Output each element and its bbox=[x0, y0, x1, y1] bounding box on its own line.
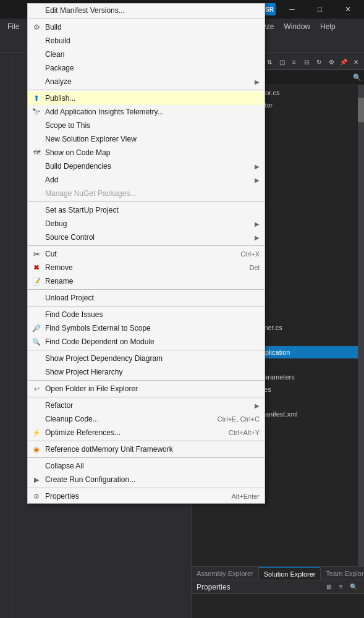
rename-icon: 📝 bbox=[32, 276, 41, 286]
menu-item-build-dependencies[interactable]: Build Dependencies ▶ bbox=[28, 159, 265, 173]
menu-item-collapse-all[interactable]: Collapse All bbox=[28, 459, 265, 473]
menu-item-show-dep-diagram[interactable]: Show Project Dependency Diagram bbox=[28, 352, 265, 365]
menu-item-app-insights[interactable]: 🔭 Add Application Insights Telemetry... bbox=[28, 105, 265, 119]
menu-item-find-code-issues[interactable]: Find Code Issues bbox=[28, 308, 265, 321]
menu-item-label: Rebuild bbox=[45, 36, 70, 45]
menu-item-optimize-references[interactable]: ⚡ Optimize References... Ctrl+Alt+Y bbox=[28, 426, 265, 439]
vertical-scrollbar[interactable] bbox=[358, 85, 364, 604]
run-config-icon: ▶ bbox=[32, 475, 41, 485]
menu-item-label: Create Run Configuration... bbox=[45, 475, 135, 484]
context-menu: Edit Manifest Versions... ⚙ Build Rebuil… bbox=[27, 3, 265, 504]
menu-item-manage-nuget: Manage NuGet Packages... bbox=[28, 187, 265, 200]
menu-item-rebuild[interactable]: Rebuild bbox=[28, 34, 265, 48]
properties-toolbar-btn2[interactable]: ≡ bbox=[336, 582, 347, 593]
menu-item-label: Find Code Issues bbox=[45, 310, 103, 319]
menu-item-label: Unload Project bbox=[45, 294, 94, 302]
menu-file[interactable]: File bbox=[2, 21, 24, 32]
menu-item-create-run-config[interactable]: ▶ Create Run Configuration... bbox=[28, 473, 265, 486]
menu-item-label: Show on Code Map bbox=[45, 148, 110, 157]
build-icon: ⚙ bbox=[32, 22, 41, 32]
menu-item-add[interactable]: Add ▶ bbox=[28, 173, 265, 187]
properties-toolbar-btn1[interactable]: ⊞ bbox=[323, 582, 334, 593]
remove-icon: ✖ bbox=[32, 263, 41, 273]
menu-item-unload-project[interactable]: Unload Project bbox=[28, 291, 265, 305]
toolbar-filter-btn[interactable]: ≡ bbox=[289, 56, 300, 67]
menu-item-dotmemory[interactable]: ◉ Reference dotMemory Unit Framework bbox=[28, 442, 265, 456]
menu-item-new-solution-view[interactable]: New Solution Explorer View bbox=[28, 132, 265, 146]
menu-item-show-hierarchy[interactable]: Show Project Hierarchy bbox=[28, 365, 265, 379]
cut-shortcut: Ctrl+X bbox=[228, 250, 260, 258]
menu-item-remove[interactable]: ✖ Remove Del bbox=[28, 261, 265, 274]
menu-item-rename[interactable]: 📝 Rename bbox=[28, 274, 265, 288]
cut-icon: ✂ bbox=[32, 249, 41, 259]
menu-item-set-startup[interactable]: Set as StartUp Project bbox=[28, 203, 265, 217]
menu-item-label: New Solution Explorer View bbox=[45, 135, 137, 143]
toolbar-collapse-btn[interactable]: ⊟ bbox=[301, 56, 312, 67]
toolbar-close-btn[interactable]: ✕ bbox=[350, 56, 362, 67]
minimize-button[interactable]: ─ bbox=[278, 0, 306, 19]
tab-assembly-explorer[interactable]: Assembly Explorer bbox=[192, 567, 259, 580]
toolbar-pin-btn[interactable]: 📌 bbox=[338, 56, 349, 67]
toolbar-settings-btn[interactable]: ⚙ bbox=[326, 56, 337, 67]
menu-item-label: Package bbox=[45, 64, 74, 72]
menu-item-build[interactable]: ⚙ Build bbox=[28, 20, 265, 34]
menu-item-label: Build bbox=[45, 23, 62, 32]
menu-separator bbox=[28, 19, 265, 19]
menu-item-debug[interactable]: Debug ▶ bbox=[28, 217, 265, 231]
remove-shortcut: Del bbox=[237, 264, 260, 271]
tab-solution-explorer[interactable]: Solution Explorer bbox=[259, 567, 321, 580]
properties-panel: Properties ⊞ ≡ 🔍 bbox=[192, 580, 364, 618]
menu-item-label: Debug bbox=[45, 219, 67, 228]
maximize-button[interactable]: □ bbox=[306, 0, 334, 19]
publish-icon: ⬆ bbox=[32, 93, 41, 103]
properties-shortcut: Alt+Enter bbox=[219, 493, 260, 500]
menu-item-label: Reference dotMemory Unit Framework bbox=[45, 445, 173, 454]
menu-item-find-symbols[interactable]: 🔎 Find Symbols External to Scope bbox=[28, 321, 265, 335]
menu-item-cut[interactable]: ✂ Cut Ctrl+X bbox=[28, 247, 265, 261]
menu-item-package[interactable]: Package bbox=[28, 61, 265, 75]
properties-toolbar: ⊞ ≡ 🔍 bbox=[323, 582, 359, 593]
menu-item-label: Add bbox=[45, 176, 58, 184]
menu-item-analyze[interactable]: Analyze ▶ bbox=[28, 75, 265, 88]
menu-item-source-control[interactable]: Source Control ▶ bbox=[28, 231, 265, 244]
properties-search-btn[interactable]: 🔍 bbox=[348, 582, 359, 593]
menu-help[interactable]: Help bbox=[315, 21, 341, 32]
submenu-arrow-icon: ▶ bbox=[255, 78, 260, 85]
menu-item-label: Scope to This bbox=[45, 121, 90, 130]
toolbar-show-all-btn[interactable]: ◫ bbox=[276, 56, 287, 67]
scrollbar-thumb[interactable] bbox=[358, 98, 364, 122]
properties-icon: ⚙ bbox=[32, 491, 41, 501]
tab-bar: Assembly Explorer Solution Explorer Team… bbox=[192, 566, 364, 580]
menu-separator bbox=[28, 306, 265, 307]
menu-window[interactable]: Window bbox=[279, 21, 315, 32]
menu-item-show-code-map[interactable]: 🗺 Show on Code Map bbox=[28, 146, 265, 159]
menu-item-label: Cut bbox=[45, 250, 57, 258]
menu-item-open-folder[interactable]: ↩ Open Folder in File Explorer bbox=[28, 382, 265, 396]
find-symbols-icon: 🔎 bbox=[32, 323, 41, 333]
menu-item-publish[interactable]: ⬆ Publish... bbox=[28, 91, 265, 105]
menu-item-label: Find Code Dependent on Module bbox=[45, 337, 154, 346]
search-icon[interactable]: 🔍 bbox=[353, 74, 362, 82]
menu-item-edit-manifest[interactable]: Edit Manifest Versions... bbox=[28, 4, 265, 17]
menu-item-label: Analyze bbox=[45, 77, 72, 86]
open-folder-icon: ↩ bbox=[32, 384, 41, 394]
close-button[interactable]: ✕ bbox=[334, 0, 362, 19]
menu-item-label: Source Control bbox=[45, 233, 95, 242]
menu-item-label: Manage NuGet Packages... bbox=[45, 189, 136, 198]
menu-item-cleanup-code[interactable]: Cleanup Code... Ctrl+E, Ctrl+C bbox=[28, 412, 265, 426]
codemap-icon: 🗺 bbox=[32, 148, 41, 158]
menu-item-find-code-dependent[interactable]: 🔍 Find Code Dependent on Module bbox=[28, 335, 265, 349]
submenu-arrow-icon: ▶ bbox=[255, 163, 260, 170]
menu-item-properties[interactable]: ⚙ Properties Alt+Enter bbox=[28, 489, 265, 503]
menu-item-label: Add Application Insights Telemetry... bbox=[45, 108, 164, 116]
menu-separator bbox=[28, 457, 265, 458]
menu-item-refactor[interactable]: Refactor ▶ bbox=[28, 399, 265, 412]
menu-item-clean[interactable]: Clean bbox=[28, 48, 265, 61]
tab-team-explorer[interactable]: Team Explorer bbox=[321, 567, 364, 580]
toolbar-sync-btn[interactable]: ⇅ bbox=[264, 56, 275, 67]
toolbar-refresh-btn[interactable]: ↻ bbox=[313, 56, 324, 67]
menu-item-scope-to-this[interactable]: Scope to This bbox=[28, 119, 265, 132]
properties-header: Properties ⊞ ≡ 🔍 bbox=[192, 580, 364, 594]
menu-item-label: Build Dependencies bbox=[45, 162, 111, 171]
menu-item-label: Set as StartUp Project bbox=[45, 206, 119, 214]
